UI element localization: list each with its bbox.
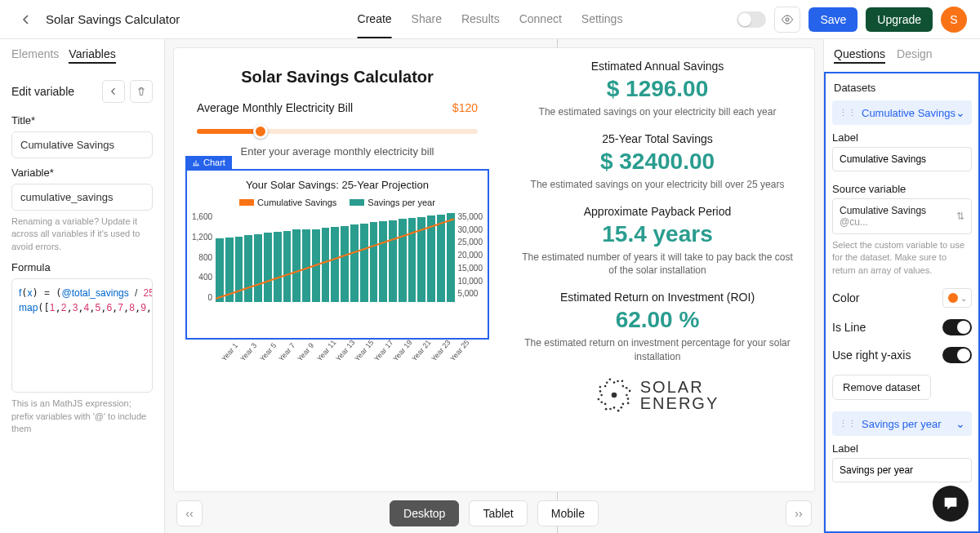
svg-point-5 [620, 406, 622, 409]
canvas-next[interactable]: ›› [786, 500, 812, 526]
stat-block: 25-Year Total Savings$ 32400.00The estim… [517, 132, 798, 192]
rtab-questions[interactable]: Questions [834, 47, 885, 64]
stat-label: Estimated Annual Savings [517, 60, 798, 73]
preview-toggle[interactable] [737, 11, 766, 28]
svg-point-11 [600, 401, 603, 403]
device-mobile[interactable]: Mobile [537, 500, 599, 526]
label-input[interactable] [832, 147, 972, 171]
nav-tab-settings[interactable]: Settings [581, 1, 623, 38]
svg-point-13 [600, 393, 603, 396]
nav-tab-share[interactable]: Share [412, 1, 442, 38]
device-tablet[interactable]: Tablet [469, 500, 527, 526]
canvas[interactable]: Solar Savings Calculator Average Monthly… [173, 47, 815, 492]
svg-point-10 [604, 402, 607, 405]
stat-value: 62.00 % [517, 307, 798, 333]
drag-icon[interactable]: ⋮⋮ [839, 108, 857, 118]
isline-label: Is Line [832, 321, 866, 334]
source-help: Select the custom variable to use for th… [832, 239, 972, 277]
svg-point-1 [626, 393, 628, 396]
formula-editor[interactable]: f(x) = (@total_savings / 25) map([1,2,3,… [11, 278, 153, 393]
document-title[interactable]: Solar Savings Calculator [46, 12, 180, 26]
isline-toggle[interactable] [942, 319, 972, 335]
svg-point-8 [609, 407, 612, 410]
svg-point-16 [604, 385, 607, 388]
drag-icon[interactable]: ⋮⋮ [839, 419, 857, 429]
back-button[interactable] [13, 7, 39, 33]
color-picker[interactable]: ⌄ [942, 288, 972, 308]
nav-tab-create[interactable]: Create [358, 1, 392, 38]
device-desktop[interactable]: Desktop [390, 500, 459, 526]
stat-label: Approximate Payback Period [517, 205, 798, 218]
svg-point-0 [786, 18, 789, 21]
bill-slider[interactable] [197, 122, 478, 139]
delete-button[interactable] [130, 80, 153, 103]
svg-point-21 [621, 380, 623, 382]
chevron-updown-icon: ⇅ [956, 211, 964, 222]
rightaxis-label: Use right y-axis [832, 349, 911, 362]
save-button[interactable]: Save [808, 7, 858, 32]
x-axis: Year 1Year 3Year 5Year 7Year 9Year 11Yea… [220, 358, 452, 366]
svg-point-25 [611, 392, 617, 398]
stat-value: $ 1296.00 [517, 76, 798, 102]
stat-label: Estimated Return on Investment (ROI) [517, 291, 798, 304]
title-input[interactable] [11, 131, 153, 158]
rtab-design[interactable]: Design [897, 47, 933, 64]
arrow-left-icon [109, 87, 118, 96]
remove-dataset-button[interactable]: Remove dataset [832, 375, 931, 400]
svg-point-15 [599, 386, 601, 389]
source-select[interactable]: Cumulative Savings @cu... ⇅ [832, 198, 972, 234]
svg-point-6 [617, 410, 620, 412]
upgrade-button[interactable]: Upgrade [866, 7, 933, 32]
stat-desc: The estimated return on investment perce… [517, 336, 798, 364]
logo-icon [596, 377, 632, 413]
preview-button[interactable] [774, 7, 800, 33]
tab-elements[interactable]: Elements [11, 47, 59, 64]
datasets-title: Datasets [832, 73, 972, 100]
stat-block: Estimated Annual Savings$ 1296.00The est… [517, 60, 798, 119]
svg-point-18 [608, 378, 611, 380]
stat-label: 25-Year Total Savings [517, 132, 798, 145]
svg-point-19 [612, 381, 615, 384]
svg-point-24 [629, 389, 631, 392]
svg-point-9 [605, 408, 608, 411]
chevron-down-icon: ⌄ [956, 106, 965, 119]
svg-point-12 [597, 398, 599, 401]
svg-point-22 [621, 385, 624, 388]
stat-block: Approximate Payback Period15.4 yearsThe … [517, 205, 798, 278]
canvas-prev[interactable]: ‹‹ [176, 500, 203, 526]
variable-help: Renaming a variable? Update it across al… [11, 215, 153, 253]
dataset-savings-per-year[interactable]: ⋮⋮Savings per year ⌄ [832, 411, 972, 436]
right-panel: Questions Design Datasets ⋮⋮Cumulative S… [823, 39, 980, 533]
stat-desc: The estimated savings on your electricit… [517, 178, 798, 192]
nav-tabs: Create Share Results Connect Settings [358, 1, 623, 38]
chevron-down-icon: ⌄ [960, 294, 967, 303]
topbar: Solar Savings Calculator Create Share Re… [0, 0, 980, 39]
label-input[interactable] [832, 458, 972, 482]
stat-block: Estimated Return on Investment (ROI)62.0… [517, 291, 798, 364]
nav-tab-results[interactable]: Results [461, 1, 500, 38]
help-chat-button[interactable] [933, 486, 969, 522]
title-label: Title* [11, 114, 153, 127]
left-panel: Elements Variables Edit variable Title* … [0, 39, 165, 533]
svg-point-20 [617, 380, 619, 382]
stat-value: $ 32400.00 [517, 149, 798, 175]
svg-point-4 [621, 402, 624, 405]
rightaxis-toggle[interactable] [942, 347, 972, 363]
y-axis-right: 35,00030,00025,00020,00015,00010,0005,00… [454, 212, 483, 302]
y-axis-left: 1,6001,2008004000 [192, 212, 216, 302]
variable-input[interactable] [11, 184, 153, 211]
eye-icon [781, 13, 794, 26]
svg-point-3 [627, 402, 630, 404]
undo-button[interactable] [102, 80, 125, 103]
dataset-cumulative[interactable]: ⋮⋮Cumulative Savings ⌄ [832, 100, 972, 125]
formula-help: This is an MathJS expression; prefix var… [11, 398, 153, 435]
chart-title: Your Solar Savings: 25-Year Projection [192, 179, 483, 191]
chat-icon [942, 495, 960, 513]
main: Elements Variables Edit variable Title* … [0, 39, 980, 533]
chart-element[interactable]: Chart Your Solar Savings: 25-Year Projec… [185, 169, 489, 340]
nav-tab-connect[interactable]: Connect [519, 1, 562, 38]
svg-point-2 [626, 398, 629, 400]
user-avatar[interactable]: S [941, 7, 967, 33]
tab-variables[interactable]: Variables [69, 47, 115, 64]
formula-label: Formula [11, 261, 153, 273]
